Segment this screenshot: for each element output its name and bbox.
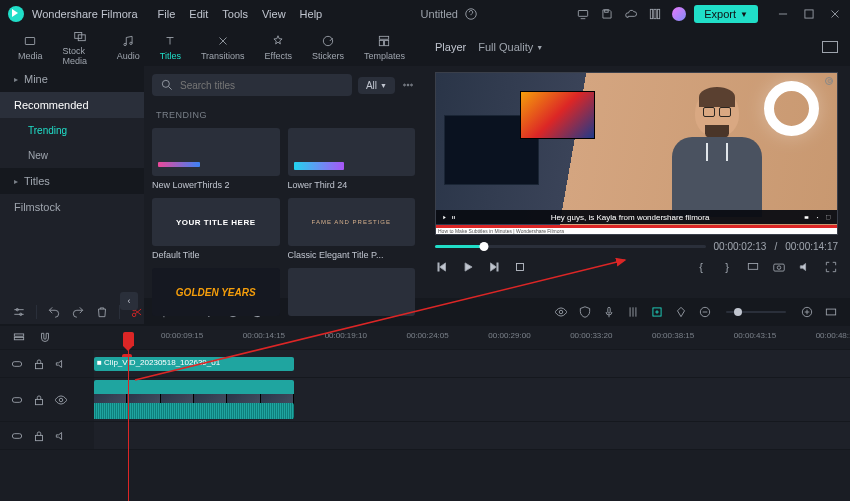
mute-icon[interactable] (54, 357, 68, 371)
svg-rect-47 (14, 333, 23, 335)
tab-transitions[interactable]: Transitions (201, 33, 245, 61)
title-card[interactable]: Lower Third 24 (288, 128, 416, 190)
media-icon (22, 33, 38, 49)
tab-media[interactable]: Media (18, 33, 43, 61)
volume-icon[interactable] (798, 260, 812, 274)
marker-icon[interactable] (674, 305, 688, 319)
app-logo (8, 6, 24, 22)
title-card[interactable]: GOLDEN YEARS (152, 268, 280, 316)
svg-rect-4 (654, 9, 656, 18)
cloud-icon[interactable] (624, 7, 638, 21)
title-card[interactable]: New LowerThirds 2 (152, 128, 280, 190)
save-icon[interactable] (600, 7, 614, 21)
maximize-icon[interactable] (802, 7, 816, 21)
stop-button[interactable] (513, 260, 527, 274)
lock-icon[interactable] (32, 357, 46, 371)
sidebar-item-trending[interactable]: Trending (0, 118, 144, 143)
effects-icon (270, 33, 286, 49)
menu-help[interactable]: Help (300, 8, 323, 20)
svg-rect-42 (608, 307, 610, 313)
zoom-slider[interactable] (726, 311, 786, 313)
fullscreen-mini-icon (826, 215, 831, 220)
quality-dropdown[interactable]: Full Quality▼ (478, 41, 543, 53)
avatar[interactable] (672, 7, 686, 21)
svg-rect-15 (385, 40, 389, 45)
playhead[interactable] (128, 350, 129, 501)
prev-frame-button[interactable] (435, 260, 449, 274)
track-toggle-icon[interactable] (10, 393, 24, 407)
app-name: Wondershare Filmora (32, 8, 138, 20)
lock-icon[interactable] (32, 393, 46, 407)
audio-waveform[interactable] (94, 403, 294, 419)
timeline-ruler[interactable]: 00:00:09:15 00:00:14:15 00:00:19:10 00:0… (94, 331, 838, 347)
zoom-in-icon[interactable] (800, 305, 814, 319)
magnet-icon[interactable] (38, 331, 52, 345)
svg-point-17 (404, 84, 406, 86)
close-icon[interactable] (828, 7, 842, 21)
shield-icon[interactable] (578, 305, 592, 319)
next-frame-button[interactable] (487, 260, 501, 274)
tab-stock-media[interactable]: Stock Media (63, 28, 97, 66)
mute-icon[interactable] (54, 429, 68, 443)
tab-titles[interactable]: Titles (160, 33, 181, 61)
fit-icon[interactable] (824, 305, 838, 319)
expand-icon[interactable] (824, 260, 838, 274)
sliders-icon[interactable] (12, 305, 26, 319)
menu-file[interactable]: File (158, 8, 176, 20)
search-input[interactable] (152, 74, 352, 96)
tab-templates[interactable]: Templates (364, 33, 405, 61)
filter-dropdown[interactable]: All▼ (358, 77, 395, 94)
preview-settings-icon[interactable]: ⚙ (825, 77, 833, 85)
preview-window[interactable]: ⚙ Hey guys, is Kayla from wondershare fi… (435, 72, 838, 235)
mixer-icon[interactable] (626, 305, 640, 319)
transitions-icon (215, 33, 231, 49)
tab-effects[interactable]: Effects (265, 33, 292, 61)
library-icon[interactable] (648, 7, 662, 21)
mark-in-icon[interactable]: { (694, 260, 708, 274)
lock-icon[interactable] (32, 429, 46, 443)
eye-tool-icon[interactable] (554, 305, 568, 319)
title-clip[interactable]: ■ Clip_VID_20230518_102639_01 (94, 357, 294, 371)
tab-stickers[interactable]: Stickers (312, 33, 344, 61)
templates-icon (376, 33, 392, 49)
sidebar-item-recommended[interactable]: Recommended (0, 92, 144, 118)
redo-icon[interactable] (71, 305, 85, 319)
svg-rect-21 (452, 216, 453, 219)
title-card[interactable]: FAME AND PRESTIGEClassic Elegant Title P… (288, 198, 416, 260)
zoom-out-icon[interactable] (698, 305, 712, 319)
track-layers-icon[interactable] (12, 331, 26, 345)
sidebar-item-filmstock[interactable]: Filmstock (0, 194, 144, 220)
stickers-icon (320, 33, 336, 49)
svg-point-11 (130, 42, 132, 44)
play-button[interactable] (461, 260, 475, 274)
collapse-sidebar-button[interactable]: ‹ (120, 292, 138, 310)
display-icon[interactable] (746, 260, 760, 274)
mark-out-icon[interactable]: } (720, 260, 734, 274)
menu-tools[interactable]: Tools (222, 8, 248, 20)
tab-audio[interactable]: Audio (117, 33, 140, 61)
export-button[interactable]: Export ▼ (694, 5, 758, 23)
playback-scrubber[interactable] (435, 245, 706, 248)
sidebar-item-mine[interactable]: ▸Mine (0, 66, 144, 92)
player-tab[interactable]: Player (435, 41, 466, 53)
menu-view[interactable]: View (262, 8, 286, 20)
auto-icon[interactable] (650, 305, 664, 319)
track-toggle-icon[interactable] (10, 429, 24, 443)
menu-edit[interactable]: Edit (189, 8, 208, 20)
mic-icon[interactable] (602, 305, 616, 319)
title-card[interactable]: YOUR TITLE HEREDefault Title (152, 198, 280, 260)
svg-rect-23 (805, 216, 809, 219)
eye-icon[interactable] (54, 393, 68, 407)
delete-icon[interactable] (95, 305, 109, 319)
snapshot-button[interactable] (822, 41, 838, 53)
sidebar-item-new[interactable]: New (0, 143, 144, 168)
track-toggle-icon[interactable] (10, 357, 24, 371)
device-icon[interactable] (576, 7, 590, 21)
help-icon[interactable] (464, 7, 478, 21)
minimize-icon[interactable] (776, 7, 790, 21)
title-card[interactable] (288, 268, 416, 316)
sidebar-item-titles[interactable]: ▸Titles (0, 168, 144, 194)
capture-icon[interactable] (772, 260, 786, 274)
more-icon[interactable] (401, 78, 415, 92)
undo-icon[interactable] (47, 305, 61, 319)
